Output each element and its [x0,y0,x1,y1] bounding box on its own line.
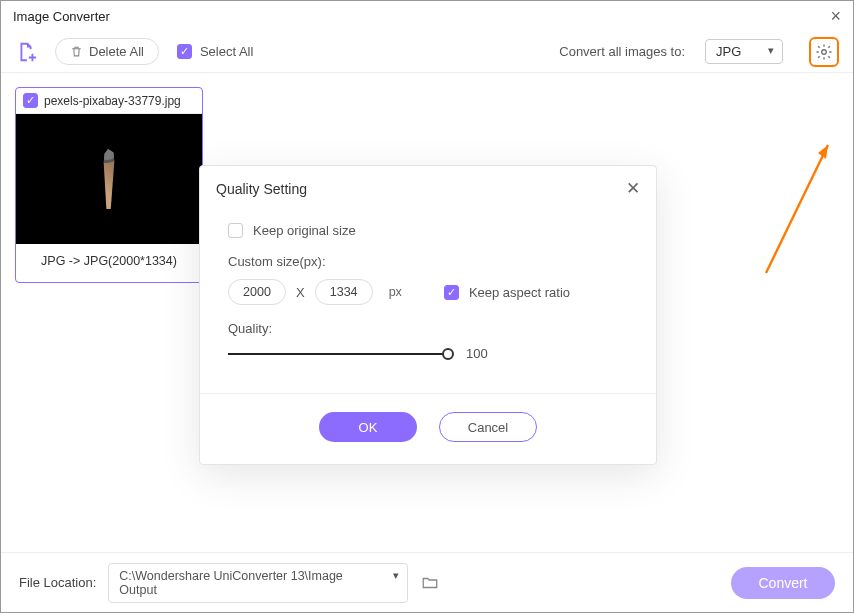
card-checkbox-icon[interactable]: ✓ [23,93,38,108]
width-input[interactable] [228,279,286,305]
svg-marker-2 [818,145,828,159]
modal-header: Quality Setting ✕ [200,166,656,211]
keep-aspect-label: Keep aspect ratio [469,285,570,300]
card-header: ✓ pexels-pixabay-33779.jpg [16,88,202,114]
window-title: Image Converter [13,9,110,24]
svg-line-1 [766,145,828,273]
size-separator: X [296,285,305,300]
file-location-label: File Location: [19,575,96,590]
file-location-path: C:\Wondershare UniConverter 13\Image Out… [119,569,343,597]
modal-footer: OK Cancel [200,393,656,464]
quality-label: Quality: [228,321,628,336]
checkbox-checked-icon: ✓ [177,44,192,59]
modal-title: Quality Setting [216,181,307,197]
svg-point-0 [822,49,827,54]
file-location-select[interactable]: C:\Wondershare UniConverter 13\Image Out… [108,563,408,603]
format-select[interactable]: JPG [705,39,783,64]
checkbox-unchecked-icon[interactable]: ✓ [228,223,243,238]
select-all-label: Select All [200,44,253,59]
settings-button[interactable] [809,37,839,67]
footer: File Location: C:\Wondershare UniConvert… [1,552,853,612]
quality-slider-row: 100 [228,346,628,361]
quality-value: 100 [466,346,488,361]
card-conversion-info: JPG -> JPG(2000*1334) [16,244,202,282]
slider-thumb[interactable] [442,348,454,360]
image-card[interactable]: ✓ pexels-pixabay-33779.jpg JPG -> JPG(20… [15,87,203,283]
quality-setting-modal: Quality Setting ✕ ✓ Keep original size C… [199,165,657,465]
toolbar: Delete All ✓ Select All Convert all imag… [1,31,853,73]
card-thumbnail [16,114,202,244]
annotation-arrow [762,137,846,277]
slider-track [228,353,448,355]
px-label: px [389,285,402,299]
format-selected-value: JPG [716,44,741,59]
cancel-button[interactable]: Cancel [439,412,537,442]
trash-icon [70,45,83,58]
aspect-checkbox-icon[interactable]: ✓ [444,285,459,300]
select-all-checkbox[interactable]: ✓ Select All [177,44,253,59]
custom-size-row: X px ✓ Keep aspect ratio [228,279,628,305]
add-file-icon[interactable] [15,41,37,63]
open-folder-button[interactable] [420,574,440,592]
delete-all-label: Delete All [89,44,144,59]
thumb-placeholder [87,149,131,209]
gear-icon [815,43,833,61]
modal-close-icon[interactable]: ✕ [626,178,640,199]
delete-all-button[interactable]: Delete All [55,38,159,65]
modal-body: ✓ Keep original size Custom size(px): X … [200,211,656,393]
keep-original-label: Keep original size [253,223,356,238]
convert-to-label: Convert all images to: [559,44,685,59]
custom-size-label: Custom size(px): [228,254,628,269]
quality-slider[interactable] [228,347,448,361]
card-filename: pexels-pixabay-33779.jpg [44,94,181,108]
window-close-icon[interactable]: × [830,6,841,27]
folder-icon [420,574,440,592]
keep-original-row[interactable]: ✓ Keep original size [228,223,628,238]
convert-button[interactable]: Convert [731,567,835,599]
ok-button[interactable]: OK [319,412,417,442]
titlebar: Image Converter × [1,1,853,31]
height-input[interactable] [315,279,373,305]
